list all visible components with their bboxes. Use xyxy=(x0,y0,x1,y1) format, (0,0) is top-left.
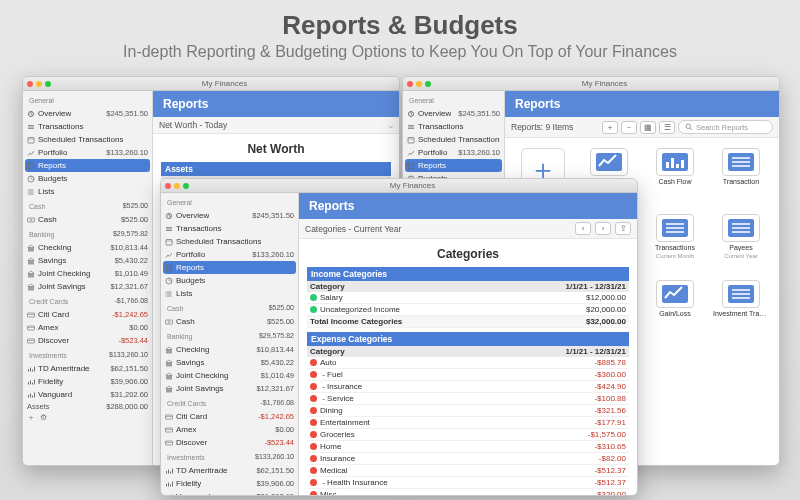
tile-label: Transaction xyxy=(723,178,759,185)
sidebar-item-reports[interactable]: Reports xyxy=(25,159,150,172)
titlebar[interactable]: My Finances xyxy=(403,77,779,91)
sidebar-item-reports[interactable]: Reports xyxy=(163,261,296,274)
sidebar-item-amount: $133,260.10 xyxy=(106,147,148,158)
sidebar-item-transactions[interactable]: Transactions xyxy=(163,222,296,235)
sidebar-item-citi-card[interactable]: Citi Card-$1,242.65 xyxy=(25,308,150,321)
close-icon[interactable] xyxy=(27,81,33,87)
titlebar[interactable]: My Finances xyxy=(161,179,637,193)
sidebar-item-amount: $245,351.50 xyxy=(458,108,500,119)
table-row: Insurance-$82.00 xyxy=(307,453,629,465)
minimize-icon[interactable] xyxy=(416,81,422,87)
sidebar-item-savings[interactable]: Savings$5,430.22 xyxy=(25,254,150,267)
titlebar[interactable]: My Finances xyxy=(23,77,399,91)
nav-back-button[interactable]: ‹ xyxy=(575,222,591,235)
share-icon[interactable]: ⇪ xyxy=(615,222,631,235)
sidebar-item-joint-checking[interactable]: Joint Checking$1,010.49 xyxy=(163,369,296,382)
sidebar-item-vanguard[interactable]: Vanguard$31,202.60 xyxy=(25,388,150,401)
svg-rect-56 xyxy=(166,415,173,419)
zoom-icon[interactable] xyxy=(425,81,431,87)
sidebar-item-amount: $1,010.49 xyxy=(115,268,148,279)
category-color-icon xyxy=(310,395,317,402)
delete-button[interactable]: － xyxy=(621,121,637,134)
sidebar-item-fidelity[interactable]: Fidelity$39,906.00 xyxy=(163,477,296,490)
sidebar-item-citi-card[interactable]: Citi Card-$1,242.65 xyxy=(163,410,296,423)
sidebar-item-joint-savings[interactable]: Joint Savings$12,321.67 xyxy=(25,280,150,293)
sidebar-item-vanguard[interactable]: Vanguard$31,202.60 xyxy=(163,490,296,495)
add-button[interactable]: ＋ xyxy=(602,121,618,134)
sidebar-item-portfolio[interactable]: Portfolio$133,260.10 xyxy=(163,248,296,261)
report-tile[interactable]: Transaction xyxy=(717,148,765,206)
sidebar-item-amex[interactable]: Amex$0.00 xyxy=(163,423,296,436)
sidebar-item-overview[interactable]: Overview$245,351.50 xyxy=(25,107,150,120)
sidebar-item-checking[interactable]: Checking$10,813.44 xyxy=(163,343,296,356)
dropdown-caret-icon[interactable]: ⌵ xyxy=(388,120,393,130)
sidebar-item-lists[interactable]: Lists xyxy=(25,185,150,198)
sidebar-item-budgets[interactable]: Budgets xyxy=(163,274,296,287)
sidebar-item-cash[interactable]: Cash$525.00 xyxy=(25,213,150,226)
zoom-icon[interactable] xyxy=(45,81,51,87)
category-color-icon xyxy=(310,419,317,426)
svg-rect-28 xyxy=(666,162,669,168)
sidebar-item-amount: $133,260.10 xyxy=(458,147,500,158)
sidebar-item-fidelity[interactable]: Fidelity$39,906.00 xyxy=(25,375,150,388)
row-label: Total Income Categories xyxy=(307,316,499,328)
sidebar-item-label: Budgets xyxy=(176,275,205,286)
sidebar-item-transactions[interactable]: Transactions xyxy=(405,120,502,133)
sidebar-item-reports[interactable]: Reports xyxy=(405,159,502,172)
list-view-button[interactable]: ☰ xyxy=(659,121,675,134)
minimize-icon[interactable] xyxy=(36,81,42,87)
sidebar-item-portfolio[interactable]: Portfolio$133,260.10 xyxy=(25,146,150,159)
card-icon xyxy=(165,426,173,434)
sidebar-item-checking[interactable]: Checking$10,813.44 xyxy=(25,241,150,254)
report-tile[interactable]: Gain/Loss xyxy=(651,280,699,338)
nav-forward-button[interactable]: › xyxy=(595,222,611,235)
sidebar-item-scheduled-transactions[interactable]: Scheduled Transactions xyxy=(405,133,502,146)
bank-icon xyxy=(27,270,35,278)
sidebar-item-savings[interactable]: Savings$5,430.22 xyxy=(163,356,296,369)
sidebar-item-overview[interactable]: Overview$245,351.50 xyxy=(163,209,296,222)
row-amount: -$82.00 xyxy=(504,453,629,465)
report-tile[interactable]: TransactionsCurrent Month xyxy=(651,214,699,272)
sidebar-header: General xyxy=(163,194,296,209)
sidebar-item-portfolio[interactable]: Portfolio$133,260.10 xyxy=(405,146,502,159)
transactions-icon xyxy=(407,123,415,131)
card-icon xyxy=(27,311,35,319)
close-icon[interactable] xyxy=(165,183,171,189)
sidebar-item-joint-checking[interactable]: Joint Checking$1,010.49 xyxy=(25,267,150,280)
search-input[interactable]: Search Reports xyxy=(678,120,773,134)
report-tile[interactable]: Investment Transactio... xyxy=(717,280,765,338)
svg-rect-29 xyxy=(671,158,674,168)
sidebar-item-overview[interactable]: Overview$245,351.50 xyxy=(405,107,502,120)
sidebar-item-scheduled-transactions[interactable]: Scheduled Transactions xyxy=(25,133,150,146)
row-amount: $32,000.00 xyxy=(499,316,629,328)
row-label: - Fuel xyxy=(307,369,504,381)
zoom-icon[interactable] xyxy=(183,183,189,189)
sidebar-item-amount: $39,906.00 xyxy=(256,478,294,489)
grid-view-button[interactable]: ▦ xyxy=(640,121,656,134)
close-icon[interactable] xyxy=(407,81,413,87)
sidebar-item-amex[interactable]: Amex$0.00 xyxy=(25,321,150,334)
sidebar-item-scheduled-transactions[interactable]: Scheduled Transactions xyxy=(163,235,296,248)
sidebar-item-cash[interactable]: Cash$525.00 xyxy=(163,315,296,328)
sidebar-item-td-ameritrade[interactable]: TD Ameritrade$62,151.50 xyxy=(25,362,150,375)
sidebar-item-td-ameritrade[interactable]: TD Ameritrade$62,151.50 xyxy=(163,464,296,477)
svg-rect-30 xyxy=(676,164,679,168)
svg-rect-31 xyxy=(681,160,684,168)
sidebar-item-label: Joint Savings xyxy=(176,383,224,394)
minimize-icon[interactable] xyxy=(174,183,180,189)
lists-icon xyxy=(165,290,173,298)
gear-icon[interactable]: ⚙ xyxy=(40,413,47,423)
sidebar-item-joint-savings[interactable]: Joint Savings$12,321.67 xyxy=(163,382,296,395)
sidebar-item-discover[interactable]: Discover-$523.44 xyxy=(163,436,296,449)
add-account-icon[interactable]: ＋ xyxy=(27,413,35,423)
report-tile[interactable]: Cash Flow xyxy=(651,148,699,206)
row-amount: -$424.90 xyxy=(504,381,629,393)
sidebar-item-label: Portfolio xyxy=(38,147,67,158)
sidebar-item-lists[interactable]: Lists xyxy=(163,287,296,300)
sidebar-item-discover[interactable]: Discover-$523.44 xyxy=(25,334,150,347)
sidebar-item-transactions[interactable]: Transactions xyxy=(25,120,150,133)
window-title: My Finances xyxy=(434,79,775,88)
sidebar-item-amount: $245,351.50 xyxy=(252,210,294,221)
report-tile[interactable]: PayeesCurrent Year xyxy=(717,214,765,272)
sidebar-item-budgets[interactable]: Budgets xyxy=(25,172,150,185)
